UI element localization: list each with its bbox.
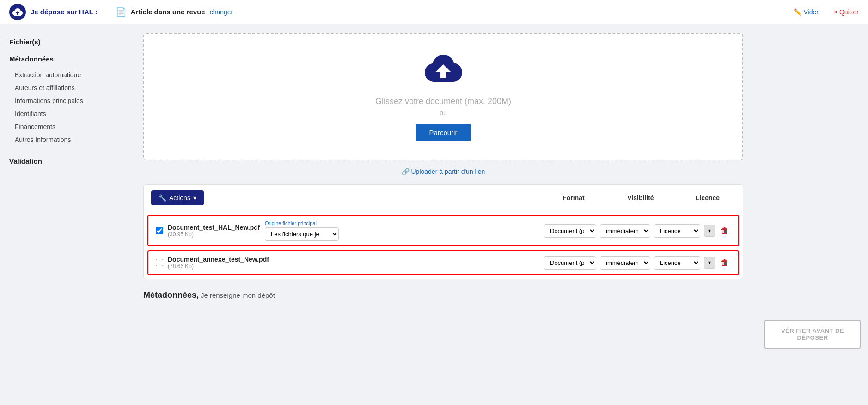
doc-icon: 📄 bbox=[116, 7, 126, 17]
origine-select-1[interactable]: Les fichiers que je bbox=[265, 227, 339, 241]
header-logo-label: Je dépose sur HAL : bbox=[31, 8, 98, 16]
col-visibilite-header: Visibilité bbox=[611, 194, 671, 202]
visibilite-select-1[interactable]: immédiatem bbox=[600, 224, 650, 238]
upload-ou-text: ou bbox=[153, 109, 733, 117]
upload-area[interactable]: Glissez votre document (max. 200M) ou Pa… bbox=[143, 33, 743, 160]
delete-button-1[interactable]: 🗑 bbox=[719, 226, 731, 236]
actions-button[interactable]: 🔧 Actions bbox=[151, 190, 204, 205]
row-dropdown-2[interactable]: ▾ bbox=[704, 257, 715, 269]
file-row-2-inner: Document_annexe_test_New.pdf (78.66 Ko) … bbox=[156, 256, 731, 270]
changer-link[interactable]: changer bbox=[210, 8, 233, 16]
sidebar-item-extraction[interactable]: Extraction automatique bbox=[9, 68, 120, 81]
article-type-label: Article dans une revue bbox=[131, 8, 205, 16]
file-name-1: Document_test_HAL_New.pdf bbox=[168, 224, 260, 231]
delete-button-2[interactable]: 🗑 bbox=[719, 258, 731, 268]
vider-button[interactable]: ✏️ Vider bbox=[794, 8, 818, 16]
sidebar: Fichier(s) Métadonnées Extraction automa… bbox=[0, 24, 129, 405]
right-panel: VÉRIFIER AVANT DE DÉPOSER bbox=[757, 24, 868, 405]
file-checkbox-1[interactable] bbox=[156, 227, 163, 234]
visibilite-select-2[interactable]: immédiatem bbox=[600, 256, 650, 270]
header: Je dépose sur HAL : 📄 Article dans une r… bbox=[0, 0, 868, 24]
origine-block-1: Origine fichier principal Les fichiers q… bbox=[265, 221, 339, 241]
header-center: 📄 Article dans une revue changer bbox=[116, 7, 233, 17]
sidebar-metadonnees-title: Métadonnées bbox=[9, 55, 120, 63]
file-selects-1: Document (p immédiatem Licence ▾ 🗑 bbox=[544, 224, 731, 238]
upload-cloud-icon bbox=[153, 53, 733, 89]
file-selects-2: Document (p immédiatem Licence ▾ 🗑 bbox=[544, 256, 731, 270]
file-size-1: (30.95 Ko) bbox=[168, 231, 260, 238]
upload-link-row: 🔗 Uploader à partir d'un lien bbox=[143, 168, 743, 175]
licence-select-1[interactable]: Licence bbox=[654, 224, 700, 238]
upload-link[interactable]: 🔗 Uploader à partir d'un lien bbox=[402, 168, 485, 175]
licence-select-2[interactable]: Licence bbox=[654, 256, 700, 270]
col-licence-header: Licence bbox=[680, 194, 735, 202]
row-dropdown-1[interactable]: ▾ bbox=[704, 225, 715, 237]
sidebar-validation-title: Validation bbox=[9, 157, 120, 165]
file-row-2: Document_annexe_test_New.pdf (78.66 Ko) … bbox=[147, 250, 739, 275]
pencil-icon: ✏️ bbox=[794, 8, 801, 16]
file-name-block-1: Document_test_HAL_New.pdf (30.95 Ko) bbox=[168, 224, 260, 238]
file-name-block-2: Document_annexe_test_New.pdf (78.66 Ko) bbox=[168, 256, 269, 270]
parcourir-button[interactable]: Parcourir bbox=[416, 124, 471, 141]
files-table-container: 🔧 Actions Format Visibilité Licence Docu… bbox=[143, 184, 743, 279]
metadata-section: Métadonnées, Je renseigne mon dépôt bbox=[143, 290, 743, 305]
header-actions: ✏️ Vider × Quitter bbox=[794, 6, 859, 18]
body-layout: Fichier(s) Métadonnées Extraction automa… bbox=[0, 24, 868, 405]
sidebar-item-informations[interactable]: Informations principales bbox=[9, 94, 120, 107]
header-divider bbox=[826, 6, 826, 18]
metadata-title: Métadonnées, bbox=[143, 290, 199, 300]
sidebar-fichiers-title: Fichier(s) bbox=[9, 38, 120, 46]
upload-drop-text: Glissez votre document (max. 200M) bbox=[153, 97, 733, 106]
header-logo: Je dépose sur HAL : bbox=[9, 4, 98, 20]
sidebar-item-auteurs[interactable]: Auteurs et affiliations bbox=[9, 81, 120, 94]
sidebar-item-autres[interactable]: Autres Informations bbox=[9, 133, 120, 146]
verifier-button[interactable]: VÉRIFIER AVANT DE DÉPOSER bbox=[764, 320, 861, 349]
origine-label-1: Origine fichier principal bbox=[265, 221, 339, 226]
format-select-1[interactable]: Document (p bbox=[544, 224, 596, 238]
quitter-button[interactable]: × Quitter bbox=[834, 8, 859, 16]
file-row-1: Document_test_HAL_New.pdf (30.95 Ko) Ori… bbox=[147, 215, 739, 246]
files-table-header: 🔧 Actions Format Visibilité Licence bbox=[144, 185, 743, 211]
wrench-icon: 🔧 bbox=[159, 194, 166, 202]
file-checkbox-2[interactable] bbox=[156, 259, 163, 266]
sidebar-item-identifiants[interactable]: Identifiants bbox=[9, 107, 120, 120]
col-format-header: Format bbox=[546, 194, 601, 202]
file-size-2: (78.66 Ko) bbox=[168, 263, 269, 270]
metadata-subtitle: Je renseigne mon dépôt bbox=[201, 291, 275, 299]
file-name-2: Document_annexe_test_New.pdf bbox=[168, 256, 269, 263]
format-select-2[interactable]: Document (p bbox=[544, 256, 596, 270]
file-row-1-inner: Document_test_HAL_New.pdf (30.95 Ko) Ori… bbox=[156, 221, 731, 241]
sidebar-item-financements[interactable]: Financements bbox=[9, 120, 120, 133]
main-content: Glissez votre document (max. 200M) ou Pa… bbox=[129, 24, 757, 405]
upload-cloud-logo-icon bbox=[9, 4, 26, 20]
